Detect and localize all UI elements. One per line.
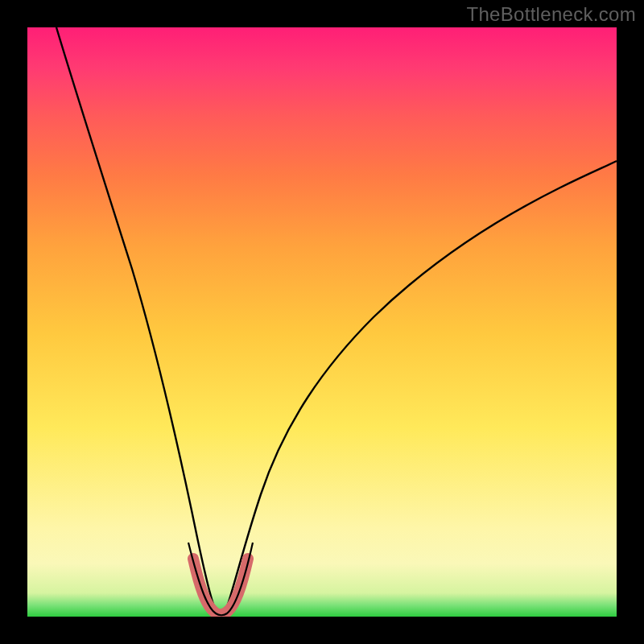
plot-area <box>27 27 617 617</box>
chart-frame: TheBottleneck.com <box>0 0 644 644</box>
main-curve-path <box>56 27 617 615</box>
curve-svg <box>27 27 617 617</box>
watermark-label: TheBottleneck.com <box>466 3 636 26</box>
